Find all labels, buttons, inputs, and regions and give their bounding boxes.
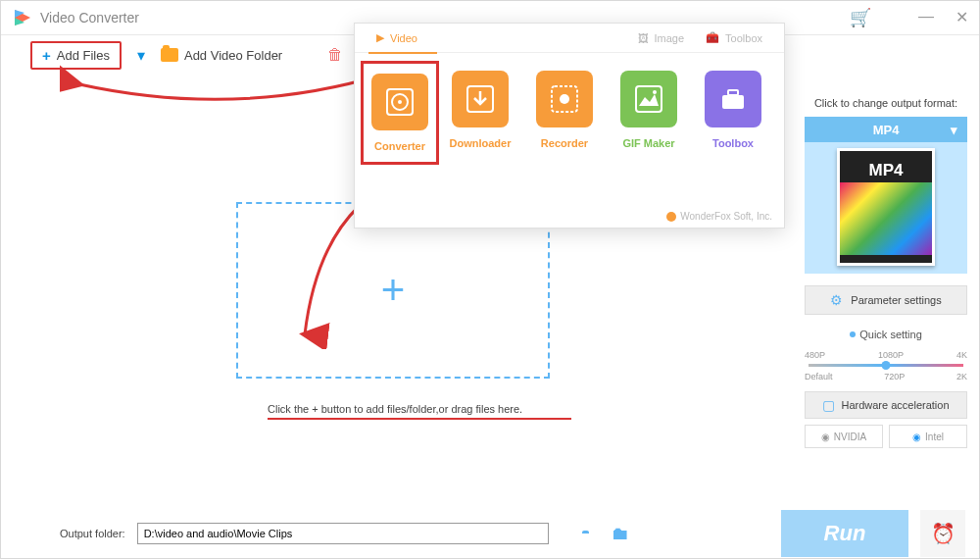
converter-icon [371,74,428,130]
trash-icon[interactable]: 🗑 [327,46,343,64]
dot-icon [850,331,856,337]
tools-popup: ▶ Video 🖼 Image 🧰 Toolbox Converter Down… [354,23,785,229]
popup-footer: WonderFox Soft, Inc. [666,211,772,222]
popup-item-gifmaker[interactable]: GIF Maker [610,71,688,165]
add-folder-label: Add Video Folder [184,48,282,63]
gifmaker-icon [620,71,677,127]
video-icon: ▶ [376,31,384,44]
popup-item-recorder[interactable]: Recorder [525,71,604,165]
hardware-acceleration-button[interactable]: ▢ Hardware acceleration [805,391,967,419]
annotation-underline [268,418,571,420]
schedule-button[interactable]: ⏰ [920,510,965,557]
popup-item-downloader[interactable]: Downloader [441,71,519,165]
app-logo-icon [13,8,32,27]
svg-point-2 [398,100,402,104]
cart-icon[interactable]: 🛒 [850,7,871,28]
plus-icon: + [42,47,51,64]
add-folder-button[interactable]: Add Video Folder [161,48,282,63]
app-title: Video Converter [40,10,139,25]
toolbox-icon: 🧰 [706,31,719,44]
minimize-button[interactable]: — [918,9,934,25]
chip-icon: ▢ [822,397,835,413]
popup-tab-toolbox[interactable]: 🧰 Toolbox [698,31,770,44]
dropzone[interactable]: + [236,202,550,379]
parameter-settings-button[interactable]: ⚙ Parameter settings [805,285,967,315]
settings-icon: ⚙ [830,292,843,308]
toolbox-tile-icon [705,71,761,127]
folder-icon [161,48,178,62]
svg-rect-9 [728,90,738,95]
popup-tab-image[interactable]: 🖼 Image [630,32,693,44]
svg-point-7 [653,90,657,94]
output-format-label: Click to change output format: [805,97,967,109]
quick-setting-label: Quick setting [805,329,967,340]
run-button[interactable]: Run [781,510,908,557]
add-files-label: Add Files [57,48,110,63]
open-folder-button[interactable]: 🖿 [612,524,629,544]
output-folder-label: Output folder: [60,528,125,539]
close-button[interactable]: ✕ [954,9,969,25]
quality-slider[interactable]: 480P 1080P 4K Default 720P 2K [805,350,967,383]
svg-rect-6 [636,86,662,112]
popup-tabs: ▶ Video 🖼 Image 🧰 Toolbox [355,24,784,53]
popup-tab-video[interactable]: ▶ Video [368,31,425,44]
dropzone-hint: Click the + button to add files/folder,o… [268,403,522,415]
popup-item-converter[interactable]: Converter [361,61,439,165]
add-files-button[interactable]: + Add Files [30,41,122,70]
popup-item-toolbox[interactable]: Toolbox [694,71,772,165]
format-thumbnail: MP4 [837,148,935,266]
output-folder-input[interactable] [137,523,549,544]
recorder-icon [536,71,593,127]
svg-rect-8 [722,95,744,109]
image-icon: 🖼 [638,32,649,44]
sidebar: Click to change output format: MP4 MP4 ⚙… [793,75,979,509]
downloader-icon [452,71,509,127]
dropzone-plus-icon: + [381,267,406,314]
output-format-selector[interactable]: MP4 MP4 [805,117,967,274]
format-header: MP4 [805,117,967,142]
popup-items: Converter Downloader Recorder GIF Maker … [355,53,784,182]
intel-icon: ◉ [912,432,921,442]
gpu-intel-button[interactable]: ◉ Intel [889,425,967,448]
nvidia-icon: ◉ [821,432,830,442]
gpu-nvidia-button[interactable]: ◉ NVIDIA [805,425,883,448]
add-files-dropdown[interactable]: ▾ [137,46,145,65]
wonderfox-icon [666,212,676,222]
bottombar: Output folder: 🖿 Run ⏰ [1,509,979,558]
svg-point-5 [560,94,569,104]
